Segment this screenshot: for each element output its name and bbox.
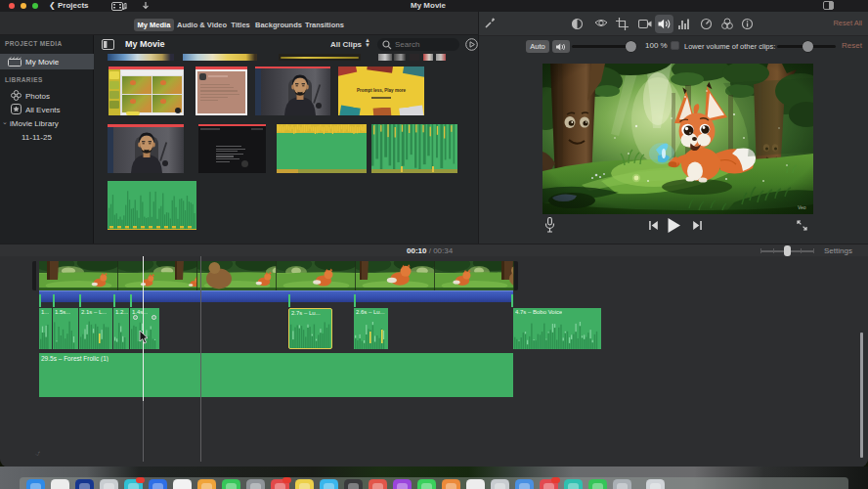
svg-text:Veo: Veo: [798, 204, 806, 210]
